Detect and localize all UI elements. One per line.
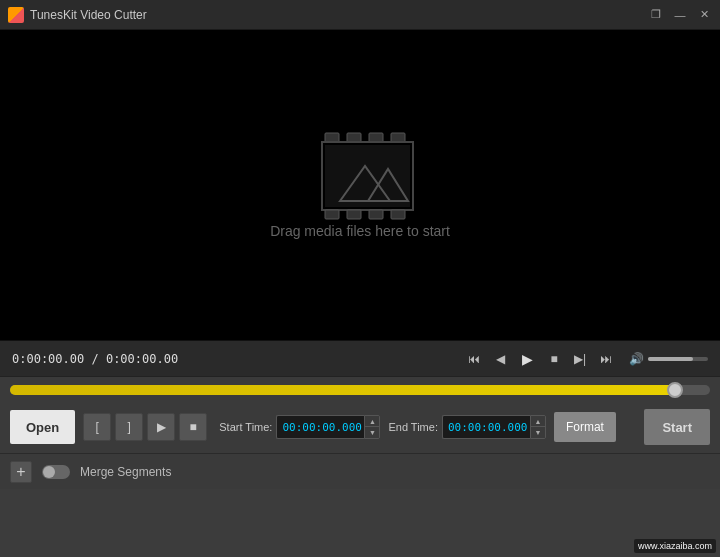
end-time-value: 00:00:00.000 (442, 415, 530, 439)
next-frame-button[interactable]: ▶| (569, 348, 591, 370)
app-icon (8, 7, 24, 23)
step-back-button[interactable]: ⏮ (463, 348, 485, 370)
volume-area: 🔊 (629, 352, 708, 366)
end-time-label: End Time: (388, 421, 438, 433)
svg-rect-5 (325, 145, 410, 207)
end-time-spinners: ▲ ▼ (530, 415, 546, 439)
title-text: TunesKit Video Cutter (30, 8, 648, 22)
volume-slider[interactable] (648, 357, 708, 361)
end-time-up[interactable]: ▲ (531, 416, 545, 427)
progress-bar[interactable] (10, 385, 710, 395)
start-time-group: Start Time: 00:00:00.000 ▲ ▼ (219, 415, 380, 439)
end-time-wrapper: 00:00:00.000 ▲ ▼ (442, 415, 546, 439)
segment-controls: [ ] ▶ ■ (83, 413, 207, 441)
set-start-button[interactable]: [ (83, 413, 111, 441)
start-time-label: Start Time: (219, 421, 272, 433)
start-time-up[interactable]: ▲ (365, 416, 379, 427)
start-time-value: 00:00:00.000 (276, 415, 364, 439)
watermark: www.xiazaiba.com (634, 539, 716, 553)
segment-play-button[interactable]: ▶ (147, 413, 175, 441)
add-segment-button[interactable]: + (10, 461, 32, 483)
drag-text: Drag media files here to start (270, 223, 450, 239)
svg-rect-10 (369, 210, 383, 219)
stop-button[interactable]: ■ (543, 348, 565, 370)
minimize-button[interactable]: — (672, 7, 688, 23)
bottom-bar: + Merge Segments (0, 453, 720, 489)
format-button[interactable]: Format (554, 412, 616, 442)
merge-toggle[interactable] (42, 465, 70, 479)
prev-frame-button[interactable]: ◀ (489, 348, 511, 370)
fast-forward-button[interactable]: ⏭ (595, 348, 617, 370)
segment-stop-button[interactable]: ■ (179, 413, 207, 441)
start-button[interactable]: Start (644, 409, 710, 445)
progress-fill (10, 385, 675, 395)
end-time-group: End Time: 00:00:00.000 ▲ ▼ (388, 415, 546, 439)
svg-rect-3 (391, 133, 405, 142)
time-display: 0:00:00.00 / 0:00:00.00 (12, 352, 178, 366)
svg-rect-1 (347, 133, 361, 142)
progress-handle[interactable] (667, 382, 683, 398)
window-controls: ❐ — ✕ (648, 7, 712, 23)
volume-icon: 🔊 (629, 352, 644, 366)
svg-rect-11 (391, 210, 405, 219)
film-icon (320, 131, 400, 211)
start-time-spinners: ▲ ▼ (364, 415, 380, 439)
title-bar: TunesKit Video Cutter ❐ — ✕ (0, 0, 720, 30)
set-end-button[interactable]: ] (115, 413, 143, 441)
open-button[interactable]: Open (10, 410, 75, 444)
play-button[interactable]: ▶ (515, 347, 539, 371)
svg-rect-9 (347, 210, 361, 219)
svg-rect-0 (325, 133, 339, 142)
merge-knob (43, 466, 55, 478)
controls-row: Open [ ] ▶ ■ Start Time: 00:00:00.000 ▲ … (0, 401, 720, 453)
svg-rect-2 (369, 133, 383, 142)
svg-rect-8 (325, 210, 339, 219)
volume-fill (648, 357, 693, 361)
close-button[interactable]: ✕ (696, 7, 712, 23)
player-controls: 0:00:00.00 / 0:00:00.00 ⏮ ◀ ▶ ■ ▶| ⏭ 🔊 (0, 340, 720, 376)
timeline-area (0, 376, 720, 401)
video-area: Drag media files here to start (0, 30, 720, 340)
end-time-down[interactable]: ▼ (531, 427, 545, 438)
start-time-down[interactable]: ▼ (365, 427, 379, 438)
start-time-wrapper: 00:00:00.000 ▲ ▼ (276, 415, 380, 439)
restore-button[interactable]: ❐ (648, 7, 664, 23)
merge-label: Merge Segments (80, 465, 171, 479)
